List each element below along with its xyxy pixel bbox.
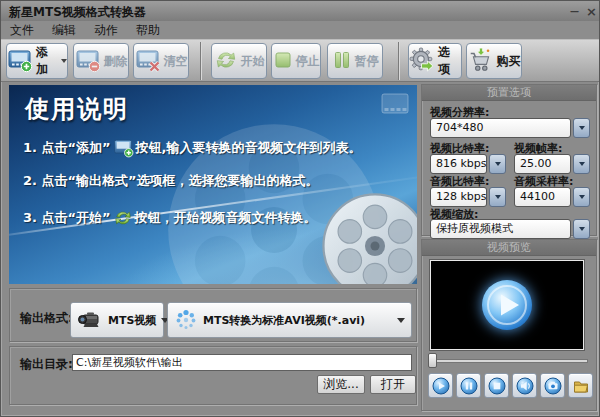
options-button[interactable]: 选项 — [408, 43, 462, 79]
delete-button-label: 删除 — [104, 53, 128, 70]
film-frames-icon — [381, 93, 409, 118]
add-dropdown-arrow-icon — [61, 59, 67, 63]
start-refresh-icon — [113, 208, 133, 228]
step3-text: 3. 点击“开始” — [23, 209, 111, 227]
film-reel-icon — [319, 190, 417, 284]
browse-button[interactable]: 浏览... — [317, 375, 365, 394]
output-format-select[interactable]: MTS转换为标准AVI视频(*.avi) — [167, 302, 412, 338]
output-dir-input[interactable] — [72, 354, 412, 371]
player-play-button[interactable] — [428, 373, 453, 398]
video-framerate-value[interactable]: 25.00 — [514, 154, 571, 174]
stop-button[interactable]: 停止 — [271, 43, 321, 79]
start-button-label: 开始 — [241, 53, 265, 70]
output-format-label: 输出格式: — [20, 310, 73, 327]
big-play-icon[interactable] — [479, 277, 535, 333]
step1-text: 1. 点击“添加” — [23, 139, 111, 157]
video-scale-value[interactable]: 保持原视频模式 — [430, 219, 571, 239]
open-button[interactable]: 打开 — [370, 375, 416, 394]
buy-button[interactable]: 购买 — [466, 43, 522, 79]
camera-icon — [544, 377, 562, 395]
player-pause-button[interactable] — [456, 373, 481, 398]
step2-text: 2. 点击“输出格式”选项框，选择您要输出的格式。 — [23, 172, 319, 190]
video-bitrate-select[interactable]: 816 kbps — [430, 154, 506, 174]
pause-button[interactable]: 暂停 — [327, 43, 383, 79]
audio-samplerate-value[interactable]: 44100 — [514, 187, 571, 207]
minimize-icon[interactable]: — — [567, 4, 582, 18]
clear-button[interactable]: 清空 — [133, 43, 189, 79]
output-dir-label: 输出目录: — [20, 356, 73, 373]
folder-icon — [572, 377, 590, 395]
preset-panel-header: 预置选项 — [422, 85, 596, 101]
output-directory-panel: 输出目录: 浏览... 打开 — [9, 346, 417, 405]
toolbar: 添加 删除 清空 — [1, 39, 599, 82]
stop-square-icon — [273, 50, 293, 73]
toolbar-separator — [398, 42, 399, 80]
output-format-value: MTS转换为标准AVI视频(*.avi) — [203, 313, 365, 328]
step1-text-cont: 按钮,输入要转换的音视频文件到列表。 — [136, 139, 362, 157]
dropdown-arrow-icon[interactable] — [573, 187, 590, 207]
window-title: 新星MTS视频格式转换器 — [9, 4, 146, 21]
start-refresh-icon — [214, 48, 238, 75]
preview-screen[interactable] — [430, 260, 584, 350]
dropdown-arrow-icon — [397, 318, 405, 323]
film-clear-icon — [135, 47, 161, 76]
preview-panel-header: 视频预览 — [422, 240, 596, 256]
seek-slider-thumb[interactable] — [428, 353, 437, 368]
video-bitrate-value[interactable]: 816 kbps — [430, 154, 487, 174]
instruction-panel: 使用说明 1. 点击“添加” 按钮,输入要转换的音视频文件到列表。 2. 点击“… — [9, 85, 417, 284]
video-preview-panel: 视频预览 — [421, 239, 597, 411]
add-button[interactable]: 添加 — [6, 43, 68, 79]
toolbar-separator — [200, 42, 201, 80]
step3-text-cont: 按钮，开始视频音频文件转换。 — [135, 209, 317, 227]
cart-icon — [468, 47, 494, 76]
menu-help[interactable]: 帮助 — [127, 21, 169, 39]
dropdown-arrow-icon[interactable] — [573, 154, 590, 174]
video-scale-select[interactable]: 保持原视频模式 — [430, 219, 590, 239]
player-open-folder-button[interactable] — [568, 373, 593, 398]
menu-bar: 文件 编辑 动作 帮助 — [1, 21, 599, 39]
buy-button-label: 购买 — [497, 53, 521, 70]
delete-button[interactable]: 删除 — [73, 43, 129, 79]
video-resolution-select[interactable]: 704*480 — [430, 118, 590, 138]
audio-bitrate-select[interactable]: 128 kbps — [430, 187, 506, 207]
menu-action[interactable]: 动作 — [85, 21, 127, 39]
clear-button-label: 清空 — [164, 53, 188, 70]
video-framerate-select[interactable]: 25.00 — [514, 154, 590, 174]
pause-icon — [460, 377, 478, 395]
start-button[interactable]: 开始 — [211, 43, 267, 79]
instructions-heading: 使用说明 — [25, 93, 129, 125]
audio-samplerate-select[interactable]: 44100 — [514, 187, 590, 207]
stop-button-label: 停止 — [296, 53, 320, 70]
close-icon[interactable]: × — [584, 4, 599, 18]
player-mute-button[interactable] — [512, 373, 537, 398]
play-icon — [432, 377, 450, 395]
dropdown-arrow-icon[interactable] — [573, 118, 590, 138]
stop-icon — [488, 377, 506, 395]
video-resolution-value[interactable]: 704*480 — [430, 118, 571, 138]
audio-bitrate-value[interactable]: 128 kbps — [430, 187, 487, 207]
film-add-icon — [113, 137, 134, 158]
speaker-icon — [516, 377, 534, 395]
menu-edit[interactable]: 编辑 — [43, 21, 85, 39]
dropdown-arrow-icon[interactable] — [489, 187, 506, 207]
pause-bars-icon — [332, 50, 352, 73]
film-add-icon — [7, 47, 33, 76]
dropdown-arrow-icon[interactable] — [573, 219, 590, 239]
app-window: 新星MTS视频格式转换器 — × 文件 编辑 动作 帮助 添加 — [0, 0, 600, 417]
seek-slider-track[interactable] — [432, 359, 588, 363]
dropdown-arrow-icon[interactable] — [489, 154, 506, 174]
camcorder-icon — [77, 310, 103, 330]
preset-options-panel: 预置选项 视频分辨率: 704*480 视频比特率: 视频帧率: 816 kbp… — [421, 84, 597, 236]
output-format-panel: 输出格式: MTS视频 MTS转换为标准AVI视频(*.avi) — [9, 288, 417, 342]
pause-button-label: 暂停 — [355, 53, 379, 70]
film-remove-icon — [75, 47, 101, 76]
player-stop-button[interactable] — [484, 373, 509, 398]
format-dots-icon — [174, 308, 198, 332]
title-bar: 新星MTS视频格式转换器 — × — [1, 1, 599, 21]
device-type-select[interactable]: MTS视频 — [70, 302, 164, 338]
add-button-label: 添加 — [36, 44, 58, 78]
options-button-label: 选项 — [438, 44, 461, 78]
menu-file[interactable]: 文件 — [1, 21, 43, 39]
gear-icon — [409, 47, 435, 76]
player-snapshot-button[interactable] — [540, 373, 565, 398]
